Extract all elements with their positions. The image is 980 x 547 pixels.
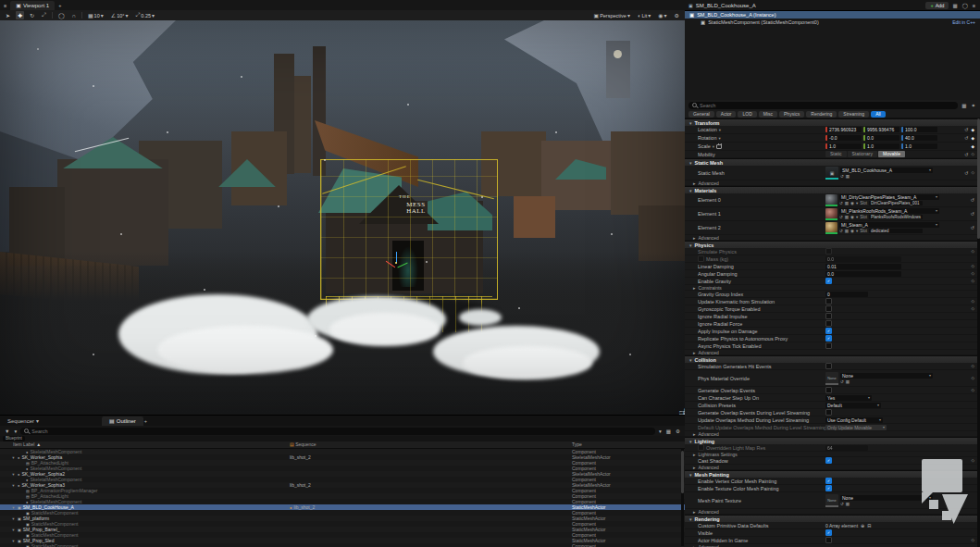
keyframe-icon[interactable]: ◆	[972, 144, 974, 149]
details-tab-physics[interactable]: Physics	[779, 111, 804, 118]
pick-asset-icon[interactable]: ◉	[850, 215, 854, 219]
checkbox[interactable]	[825, 537, 832, 543]
pick-asset-icon[interactable]: ◉	[850, 229, 854, 233]
pick-asset-icon[interactable]: ◉	[850, 201, 854, 205]
keyframe-icon[interactable]: ◇	[972, 170, 974, 175]
viewport-settings-icon[interactable]: ⚙	[673, 11, 681, 19]
scale-snap-toggle[interactable]: ⤢ 0.25 ▾	[133, 11, 156, 19]
add-component-button[interactable]: + Add	[925, 2, 949, 9]
details-tab-actor[interactable]: Actor	[716, 111, 737, 118]
asset-thumbnail[interactable]	[825, 222, 837, 234]
section-header-static-mesh[interactable]: ▾Static Mesh	[685, 158, 977, 166]
use-selected-icon[interactable]: ↺	[839, 229, 843, 233]
add-tab-icon[interactable]: +	[143, 418, 148, 424]
value-field[interactable]: 0.0	[825, 256, 901, 262]
world-local-toggle-icon[interactable]: ◯	[56, 11, 67, 19]
value-field[interactable]: 0	[825, 292, 868, 297]
checkbox[interactable]	[825, 409, 832, 416]
expander-icon[interactable]: ▾	[11, 539, 16, 543]
translate-tool-icon[interactable]: ✚	[16, 11, 24, 19]
outliner-scrollbar-thumb[interactable]	[681, 451, 684, 493]
material-slot-name-field[interactable]: PlanksRoofsRodsWindows	[869, 215, 923, 219]
keyframe-icon[interactable]: ◇	[972, 388, 974, 392]
checkbox[interactable]: ✓	[825, 485, 832, 491]
details-tab-all[interactable]: All	[871, 111, 886, 118]
asset-dropdown[interactable]: None▾	[840, 373, 933, 379]
details-tab-rendering[interactable]: Rendering	[806, 111, 837, 118]
asset-thumbnail[interactable]	[825, 194, 837, 206]
tab-outliner[interactable]: ▤ Outliner	[102, 416, 143, 426]
keyframe-icon[interactable]: ◇	[972, 271, 974, 276]
keyframe-icon[interactable]: ◇	[972, 299, 974, 304]
use-selected-icon[interactable]: ↺	[839, 215, 843, 219]
section-header-physics[interactable]: ▾Physics	[685, 241, 977, 248]
dropdown[interactable]: Yes▾	[825, 395, 872, 401]
section-header-collision[interactable]: ▾Collision	[685, 355, 977, 363]
column-item-label[interactable]: Item Label ▲	[13, 441, 41, 447]
expander-row-advanced[interactable]: ▸Advanced	[685, 235, 977, 241]
browse-to-asset-icon[interactable]: ▦	[846, 379, 850, 384]
keyframe-icon[interactable]: ◇	[972, 364, 974, 368]
column-sequence[interactable]: ▤ Sequence	[290, 441, 316, 447]
value-field[interactable]: 64	[825, 445, 868, 451]
outliner-row[interactable]: ▣StaticMeshComponentComponent	[0, 543, 685, 547]
world-icon[interactable]: ◯	[961, 3, 969, 8]
reset-to-default-icon[interactable]: ↺	[971, 225, 974, 230]
reset-to-default-icon[interactable]: ↺	[971, 197, 974, 203]
display-filter-icon[interactable]: ▦	[961, 103, 967, 108]
checkbox[interactable]	[825, 342, 832, 349]
dropdown[interactable]: Use Config Default▾	[825, 417, 883, 423]
browse-to-asset-icon[interactable]: ▦	[845, 215, 849, 219]
checkbox[interactable]	[825, 363, 832, 369]
keyframe-icon[interactable]: ◇	[972, 458, 974, 463]
asset-dropdown[interactable]: MI_PlanksRoofsRods_Steam_A▾	[839, 208, 939, 214]
reset-to-default-icon[interactable]: ↺	[971, 211, 974, 217]
use-selected-icon[interactable]: ↺	[840, 174, 844, 179]
vector-field-x[interactable]: -0.0	[825, 135, 862, 141]
asset-thumbnail[interactable]	[825, 208, 837, 220]
tab-viewport-1[interactable]: ▣ Viewport 1	[10, 1, 55, 10]
keyframe-icon[interactable]: ◆	[972, 136, 974, 141]
keyframe-icon[interactable]: ◇	[972, 376, 974, 380]
expander-icon[interactable]: ▾	[11, 472, 16, 477]
reset-to-default-icon[interactable]: ↺	[964, 135, 968, 141]
viewport-menu-icon[interactable]: ≡	[3, 3, 7, 8]
chevron-down-icon[interactable]: ▾	[856, 201, 858, 205]
outliner-settings-icon[interactable]: ⚙	[675, 429, 681, 434]
expander-row-advanced[interactable]: ▸Advanced	[685, 431, 977, 437]
keyframe-icon[interactable]: ◇	[972, 279, 974, 283]
details-menu-icon[interactable]: ≡	[972, 3, 976, 8]
checkbox[interactable]	[825, 248, 832, 255]
asset-thumbnail[interactable]: None	[825, 494, 838, 507]
section-header-materials[interactable]: ▾Materials	[685, 186, 977, 193]
favorites-icon[interactable]: ✦	[970, 103, 976, 108]
material-slot-name-field[interactable]: DirtCleanPipesPlates_001	[869, 201, 923, 205]
component-row-root[interactable]: ▣ SM_BLD_Cookhouse_A (Instance)	[685, 11, 980, 19]
chevron-down-icon[interactable]: ▾	[658, 429, 663, 434]
filter-icon[interactable]: ▼	[4, 429, 10, 434]
component-row-staticmesh[interactable]: ▣ StaticMeshComponent (StaticMeshCompone…	[685, 19, 980, 26]
lock-icon[interactable]	[716, 144, 722, 149]
browse-icon[interactable]: ▦	[951, 3, 958, 8]
outliner-scrollbar[interactable]	[681, 449, 684, 546]
surface-snap-icon[interactable]: ∩	[70, 11, 78, 19]
rotation-snap-toggle[interactable]: ∠ 10° ▾	[109, 11, 130, 19]
checkbox[interactable]: ✓	[825, 478, 832, 484]
use-selected-icon[interactable]: ↺	[839, 201, 843, 205]
checkbox[interactable]	[825, 305, 832, 312]
viewport-scene[interactable]: THE MESS HALL	[0, 20, 685, 415]
keyframe-icon[interactable]: ◆	[972, 128, 974, 132]
dropdown[interactable]: Default▾	[825, 403, 881, 408]
browse-to-asset-icon[interactable]: ▦	[846, 174, 850, 179]
vector-field-y[interactable]: 0.0	[863, 135, 899, 141]
view-mode-dropdown[interactable]: ◐ Lit ▾	[636, 11, 652, 19]
expander-icon[interactable]: ▾	[11, 505, 16, 510]
checkbox[interactable]	[825, 320, 832, 327]
checkbox[interactable]	[825, 387, 832, 393]
details-search-input[interactable]: Search	[688, 102, 958, 109]
vector-field-z[interactable]: 40.0	[901, 135, 937, 141]
use-selected-icon[interactable]: ↺	[840, 379, 844, 384]
vector-field-y[interactable]: 9956.936476	[863, 127, 899, 132]
checkbox[interactable]: ✓	[825, 335, 832, 342]
add-tab-icon[interactable]: +	[57, 3, 62, 8]
